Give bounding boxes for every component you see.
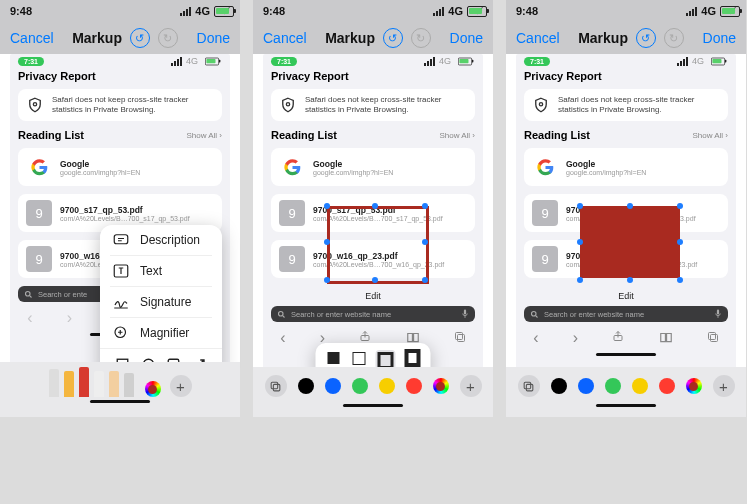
svg-point-1	[26, 291, 31, 296]
svg-point-0	[33, 103, 36, 106]
undo-button[interactable]: ↺	[383, 28, 403, 48]
svg-rect-17	[457, 335, 464, 342]
undo-button[interactable]: ↺	[130, 28, 150, 48]
cancel-button[interactable]: Cancel	[516, 30, 560, 46]
url-bar[interactable]: Search or enter website name	[271, 306, 475, 322]
color-yellow[interactable]	[379, 378, 395, 394]
network-label: 4G	[195, 5, 210, 17]
forward-icon[interactable]: ›	[67, 309, 72, 327]
color-picker[interactable]	[145, 381, 161, 397]
color-black[interactable]	[551, 378, 567, 394]
svg-rect-26	[524, 382, 531, 389]
url-bar[interactable]: Search or enter website name	[524, 306, 728, 322]
shield-icon	[26, 96, 44, 114]
color-picker[interactable]	[686, 378, 702, 394]
redo-button[interactable]: ↻	[411, 28, 431, 48]
ruler-tool[interactable]	[124, 373, 134, 397]
lasso-tool[interactable]	[109, 371, 119, 397]
color-black[interactable]	[298, 378, 314, 394]
inner-status-bar: 7:31 4G	[10, 54, 230, 68]
drawn-rectangle[interactable]	[580, 206, 680, 278]
popover-signature[interactable]: Signature	[100, 287, 222, 317]
markup-title: Markup	[72, 30, 122, 46]
reading-list-heading: Reading List	[18, 129, 84, 141]
duplicate-button[interactable]	[265, 375, 287, 397]
fill-solid[interactable]	[326, 350, 342, 366]
duplicate-button[interactable]	[518, 375, 540, 397]
signal-icon	[180, 7, 191, 16]
tool-strip: +	[0, 362, 240, 417]
show-all-button[interactable]: Show All ›	[186, 131, 222, 140]
privacy-text: Safari does not keep cross-site tracker …	[52, 95, 214, 115]
done-button[interactable]: Done	[703, 30, 736, 46]
popover-magnifier[interactable]: Magnifier	[100, 318, 222, 348]
svg-rect-14	[464, 310, 466, 315]
color-red[interactable]	[659, 378, 675, 394]
privacy-card: Safari does not keep cross-site tracker …	[18, 89, 222, 121]
svg-rect-24	[708, 333, 715, 340]
cancel-button[interactable]: Cancel	[10, 30, 54, 46]
battery-icon	[214, 6, 234, 17]
search-icon	[24, 290, 33, 299]
done-button[interactable]: Done	[197, 30, 230, 46]
add-button[interactable]: +	[460, 375, 482, 397]
back-icon[interactable]: ‹	[27, 309, 32, 327]
tool-strip: +	[506, 367, 746, 417]
svg-rect-18	[271, 382, 278, 389]
markup-toolbar: Cancel Markup ↺ ↻ Done	[0, 22, 240, 54]
color-yellow[interactable]	[632, 378, 648, 394]
google-icon	[26, 154, 52, 180]
device-time: 9:48	[10, 5, 32, 17]
pen-tool[interactable]	[49, 369, 59, 397]
svg-rect-27	[526, 384, 533, 391]
recording-pill: 7:31	[18, 57, 44, 66]
eraser-tool[interactable]	[94, 371, 104, 397]
svg-rect-22	[717, 310, 719, 315]
svg-rect-16	[455, 333, 462, 340]
color-green[interactable]	[352, 378, 368, 394]
pane-3: 9:484G⚡︎ CancelMarkup↺↻Done 7:314G Priva…	[506, 0, 746, 417]
show-all-button[interactable]: Show All ›	[692, 131, 728, 140]
color-green[interactable]	[605, 378, 621, 394]
popover-text[interactable]: Text	[100, 256, 222, 286]
done-button[interactable]: Done	[450, 30, 483, 46]
svg-rect-25	[710, 335, 717, 342]
add-popover: Description Text Signature Magnifier	[100, 225, 222, 379]
pdf-icon: 9	[26, 200, 52, 226]
svg-rect-6	[114, 235, 128, 244]
marker-tool[interactable]	[64, 371, 74, 397]
redo-button[interactable]: ↻	[664, 28, 684, 48]
pane-1: 9:48 4G⚡︎ Cancel Markup ↺ ↻ Done 7:31 4G…	[0, 0, 240, 417]
svg-point-13	[279, 311, 284, 316]
home-indicator	[90, 400, 150, 403]
drawn-rectangle[interactable]	[327, 206, 429, 284]
color-picker[interactable]	[433, 378, 449, 394]
svg-point-21	[532, 311, 537, 316]
pdf-icon: 9	[26, 246, 52, 272]
svg-point-12	[286, 103, 289, 106]
device-status-bar: 9:48 4G⚡︎	[0, 0, 240, 22]
screenshot-canvas[interactable]: 7:314G Privacy Report Safari does not ke…	[516, 54, 736, 417]
popover-description[interactable]: Description	[100, 225, 222, 255]
color-blue[interactable]	[578, 378, 594, 394]
add-button[interactable]: +	[713, 375, 735, 397]
svg-rect-19	[273, 384, 280, 391]
fill-outline-thick[interactable]	[405, 350, 421, 366]
edit-button[interactable]: Edit	[516, 286, 736, 306]
pencil-tool[interactable]	[79, 367, 89, 397]
list-item[interactable]: Googlegoogle.com/imghp?hl=EN	[18, 148, 222, 186]
pane-2: 9:484G⚡︎ CancelMarkup↺↻Done 7:314G Priva…	[253, 0, 493, 417]
redo-button[interactable]: ↻	[158, 28, 178, 48]
tool-strip: +	[253, 367, 493, 417]
cancel-button[interactable]: Cancel	[263, 30, 307, 46]
edit-button[interactable]: Edit	[263, 286, 483, 306]
show-all-button[interactable]: Show All ›	[439, 131, 475, 140]
undo-button[interactable]: ↺	[636, 28, 656, 48]
add-button[interactable]: +	[170, 375, 192, 397]
color-blue[interactable]	[325, 378, 341, 394]
fill-outline-thin[interactable]	[351, 350, 367, 366]
color-red[interactable]	[406, 378, 422, 394]
privacy-heading: Privacy Report	[10, 70, 230, 84]
svg-point-20	[539, 103, 542, 106]
